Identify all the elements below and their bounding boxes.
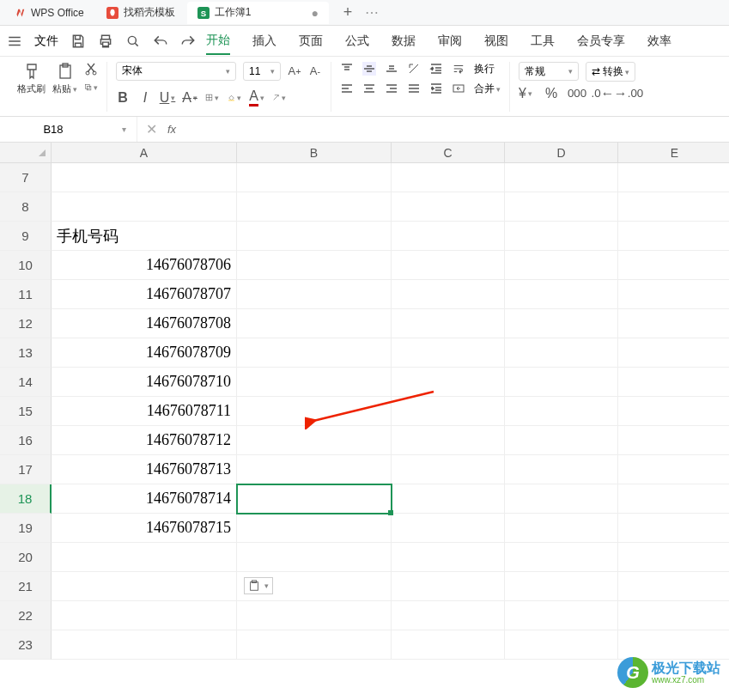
cell-B20[interactable] [237, 543, 392, 572]
justify-icon[interactable] [407, 82, 421, 95]
menu-review[interactable]: 审阅 [438, 28, 462, 54]
cell-A23[interactable] [52, 630, 237, 660]
cell-C11[interactable] [392, 280, 505, 309]
cell-A15[interactable]: 14676078711 [52, 397, 237, 426]
cell-D13[interactable] [505, 338, 618, 368]
strikethrough-icon[interactable]: A▾ [183, 91, 197, 105]
cell-A12[interactable]: 14676078708 [52, 309, 237, 338]
clear-format-icon[interactable]: ▾ [272, 91, 286, 105]
cell-C16[interactable] [392, 426, 505, 455]
row-header-16[interactable]: 16 [0, 426, 52, 455]
menu-hamburger-icon[interactable] [7, 33, 22, 49]
row-header-11[interactable]: 11 [0, 280, 52, 309]
cell-C20[interactable] [392, 543, 505, 572]
cell-D21[interactable] [505, 572, 618, 601]
cell-B14[interactable] [237, 368, 392, 397]
tab-wps[interactable]: WPS Office [3, 2, 94, 24]
comma-icon[interactable]: 000 [570, 87, 584, 100]
menu-view[interactable]: 视图 [484, 28, 508, 54]
convert-button[interactable]: ⇄ 转换▾ [586, 62, 635, 82]
menu-tools[interactable]: 工具 [531, 28, 555, 54]
cell-E7[interactable] [618, 163, 729, 192]
cell-E20[interactable] [618, 543, 729, 572]
save-icon[interactable] [70, 33, 86, 49]
cell-E17[interactable] [618, 455, 729, 484]
cell-A8[interactable] [52, 192, 237, 222]
cell-D7[interactable] [505, 163, 618, 192]
cell-E16[interactable] [618, 426, 729, 455]
merge-label[interactable]: 合并▾ [474, 82, 501, 96]
cell-A14[interactable]: 14676078710 [52, 368, 237, 397]
redo-icon[interactable] [180, 33, 196, 49]
format-brush-icon[interactable] [22, 62, 41, 81]
decrease-font-icon[interactable]: A- [308, 64, 322, 78]
menu-efficiency[interactable]: 效率 [647, 28, 671, 54]
cell-E14[interactable] [618, 368, 729, 397]
cell-C19[interactable] [392, 514, 505, 543]
cell-E9[interactable] [618, 222, 729, 251]
col-header-E[interactable]: E [618, 143, 729, 163]
cell-C18[interactable] [392, 484, 505, 514]
cell-E15[interactable] [618, 397, 729, 426]
cell-E19[interactable] [618, 514, 729, 543]
print-icon[interactable] [98, 33, 113, 49]
row-header-18[interactable]: 18 [0, 484, 52, 514]
undo-icon[interactable] [153, 33, 168, 49]
cell-A7[interactable] [52, 163, 237, 192]
cell-A9[interactable]: 手机号码 [52, 222, 237, 251]
cell-C9[interactable] [392, 222, 505, 251]
row-header-21[interactable]: 21 [0, 572, 52, 601]
cell-D16[interactable] [505, 426, 618, 455]
cell-B15[interactable] [237, 397, 392, 426]
cell-B12[interactable] [237, 309, 392, 338]
cell-B9[interactable] [237, 222, 392, 251]
italic-icon[interactable]: I [138, 91, 152, 105]
row-header-19[interactable]: 19 [0, 514, 52, 543]
align-top-icon[interactable] [340, 62, 354, 76]
row-header-15[interactable]: 15 [0, 397, 52, 426]
cell-A19[interactable]: 14676078715 [52, 514, 237, 543]
cell-A21[interactable] [52, 572, 237, 601]
font-select[interactable]: 宋体▾ [116, 62, 236, 81]
preview-icon[interactable] [125, 33, 141, 49]
cell-C13[interactable] [392, 338, 505, 368]
cell-D20[interactable] [505, 543, 618, 572]
tab-overflow-icon[interactable]: ⋯ [365, 4, 379, 21]
cell-A10[interactable]: 14676078706 [52, 251, 237, 280]
cell-C22[interactable] [392, 601, 505, 630]
row-header-22[interactable]: 22 [0, 601, 52, 630]
col-header-B[interactable]: B [237, 143, 392, 163]
border-icon[interactable]: ▾ [205, 91, 219, 105]
row-header-23[interactable]: 23 [0, 630, 52, 660]
tab-daoke[interactable]: 找稻壳模板 [96, 2, 185, 24]
cell-A11[interactable]: 14676078707 [52, 280, 237, 309]
cell-B22[interactable] [237, 601, 392, 630]
menu-page[interactable]: 页面 [299, 28, 323, 54]
row-header-7[interactable]: 7 [0, 163, 52, 192]
underline-icon[interactable]: U▾ [161, 91, 174, 105]
cell-C8[interactable] [392, 192, 505, 222]
menu-data[interactable]: 数据 [392, 28, 416, 54]
cell-ref-input[interactable] [10, 123, 96, 136]
cell-C14[interactable] [392, 368, 505, 397]
fill-color-icon[interactable]: ▾ [228, 91, 241, 105]
cell-ref-dropdown-icon[interactable]: ▾ [122, 125, 126, 134]
align-middle-icon[interactable] [362, 62, 376, 76]
cell-A17[interactable]: 14676078713 [52, 455, 237, 484]
cell-D12[interactable] [505, 309, 618, 338]
cell-D10[interactable] [505, 251, 618, 280]
menu-start[interactable]: 开始 [206, 27, 230, 55]
row-header-8[interactable]: 8 [0, 192, 52, 222]
cell-C7[interactable] [392, 163, 505, 192]
fx-icon[interactable]: fx [167, 123, 176, 136]
cell-D23[interactable] [505, 630, 618, 660]
bold-icon[interactable]: B [116, 91, 130, 105]
cell-D19[interactable] [505, 514, 618, 543]
indent-decrease-icon[interactable] [429, 62, 443, 76]
cell-D8[interactable] [505, 192, 618, 222]
cell-D9[interactable] [505, 222, 618, 251]
cell-A20[interactable] [52, 543, 237, 572]
cell-D11[interactable] [505, 280, 618, 309]
font-color-icon[interactable]: A▾ [250, 91, 264, 105]
cell-C12[interactable] [392, 309, 505, 338]
